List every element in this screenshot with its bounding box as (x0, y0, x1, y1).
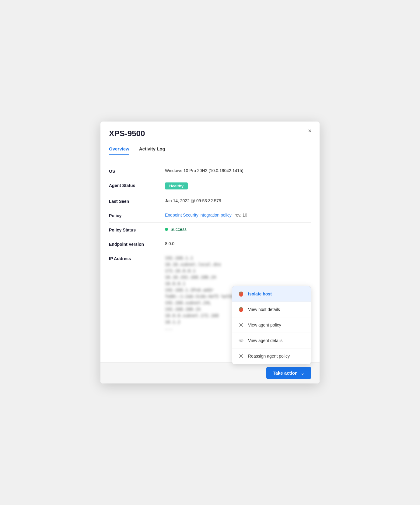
last-seen-value: Jan 14, 2022 @ 09:53:32.579 (165, 198, 311, 203)
status-success: Success (165, 227, 311, 232)
ip-item: 172.16.0.0.1 (165, 268, 311, 273)
modal-title: XPS-9500 (109, 129, 311, 138)
view-agent-details-label: View agent details (248, 338, 282, 343)
host-detail-modal: XPS-9500 × Overview Activity Log OS Wind… (100, 122, 320, 383)
os-label: OS (109, 168, 158, 174)
status-dot (165, 228, 168, 231)
field-agent-status: Agent Status Healthy (109, 178, 311, 194)
endpoint-version-label: Endpoint Version (109, 241, 158, 247)
reassign-agent-policy-label: Reassign agent policy (248, 354, 290, 358)
modal-header: XPS-9500 × (100, 122, 320, 143)
take-action-wrapper: Isolate host (266, 367, 311, 379)
take-action-button[interactable]: Take action ⌄ (266, 367, 311, 379)
field-last-seen: Last Seen Jan 14, 2022 @ 09:53:32.579 (109, 194, 311, 208)
tab-activity-log[interactable]: Activity Log (139, 143, 165, 155)
endpoint-version-value: 8.0.0 (165, 241, 311, 246)
field-policy-status: Policy Status Success (109, 223, 311, 237)
status-text: Success (170, 227, 187, 232)
gear-icon (238, 322, 244, 328)
agent-status-label: Agent Status (109, 182, 158, 188)
dropdown-menu: Isolate host (232, 286, 311, 364)
take-action-label: Take action (273, 370, 298, 376)
dropdown-item-view-agent-details[interactable]: View agent details (232, 333, 311, 348)
policy-status-value: Success (165, 227, 311, 232)
isolate-host-label: Isolate host (248, 291, 272, 296)
gear-icon-2 (238, 337, 244, 344)
agent-status-value: Healthy (165, 182, 311, 189)
os-value: Windows 10 Pro 20H2 (10.0.19042.1415) (165, 168, 311, 173)
dropdown-item-view-agent-policy[interactable]: View agent policy (232, 317, 311, 333)
policy-rev: rev. 10 (235, 213, 247, 217)
policy-status-label: Policy Status (109, 227, 158, 232)
svg-point-2 (240, 355, 242, 357)
shield-icon (238, 291, 244, 297)
policy-label: Policy (109, 213, 158, 218)
ip-item: 10.10.subnet.local.dns (165, 262, 311, 267)
field-os: OS Windows 10 Pro 20H2 (10.0.19042.1415) (109, 164, 311, 178)
policy-value: Endpoint Security integration policy rev… (165, 213, 311, 217)
modal-footer: Isolate host (100, 362, 320, 383)
view-agent-policy-label: View agent policy (248, 323, 281, 327)
ip-address-label: IP Address (109, 256, 158, 261)
last-seen-label: Last Seen (109, 198, 158, 204)
dropdown-item-reassign-agent-policy[interactable]: Reassign agent policy (232, 348, 311, 364)
policy-link[interactable]: Endpoint Security integration policy (165, 213, 232, 217)
view-host-details-label: View host details (248, 307, 280, 312)
dropdown-item-view-host-details[interactable]: View host details (232, 302, 311, 317)
close-button[interactable]: × (306, 126, 314, 135)
field-endpoint-version: Endpoint Version 8.0.0 (109, 237, 311, 251)
ip-item: 10.0.0.1 (165, 281, 311, 286)
chevron-down-icon: ⌄ (301, 371, 304, 376)
svg-point-0 (240, 324, 242, 326)
ip-item: 192.168.1.1 (165, 256, 311, 260)
healthy-badge: Healthy (165, 182, 188, 189)
gear-icon-3 (238, 353, 244, 359)
tab-overview[interactable]: Overview (109, 143, 129, 155)
svg-point-1 (240, 340, 242, 341)
dropdown-arrow (295, 364, 301, 364)
field-policy: Policy Endpoint Security integration pol… (109, 208, 311, 223)
ip-item: 10.10.192.168.100.24 (165, 275, 311, 280)
dropdown-item-isolate-host[interactable]: Isolate host (232, 286, 311, 302)
tab-bar: Overview Activity Log (100, 143, 320, 155)
shield-icon-2 (238, 306, 244, 313)
